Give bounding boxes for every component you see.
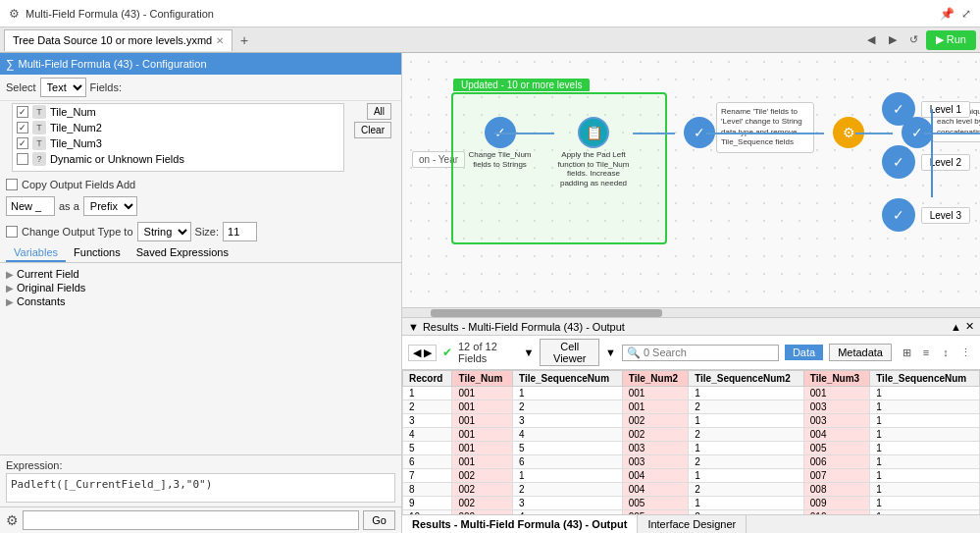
copy-output-checkbox[interactable] [6, 179, 18, 190]
new-input[interactable] [6, 196, 55, 216]
bottom-settings-icon[interactable]: ⚙ [6, 512, 19, 528]
tree-original-fields[interactable]: ▶ Original Fields [6, 281, 395, 294]
sort-icon[interactable]: ↕ [937, 344, 954, 361]
tree-item-label-3: Constants [17, 295, 66, 307]
size-input[interactable] [223, 222, 257, 241]
cell-viewer-dropdown[interactable]: ▼ [605, 346, 616, 358]
inner-tabs-bar: Variables Functions Saved Expressions [0, 244, 401, 263]
field-item-dynamic[interactable]: ? Dynamic or Unknown Fields [13, 151, 343, 167]
table-cell: 4 [512, 428, 622, 442]
select-dropdown[interactable]: Text [40, 78, 86, 97]
table-cell: 1 [870, 483, 980, 497]
tab-add-button[interactable]: + [234, 30, 254, 50]
tab-nav-right[interactable]: ▶ [883, 30, 903, 50]
field-item-tile-num3[interactable]: T Tile_Num3 [13, 135, 343, 151]
table-cell: 001 [452, 400, 513, 414]
scrollbar-area: All Clear [354, 103, 391, 138]
scroll-left-icon[interactable]: ◀ [413, 346, 421, 359]
table-cell: 007 [803, 469, 869, 483]
table-cell: 2 [512, 400, 622, 414]
clear-button[interactable]: Clear [354, 122, 391, 138]
select-row: Select Text Fields: [0, 75, 401, 101]
scroll-right-icon[interactable]: ▶ [424, 346, 432, 359]
fields-scroll: T Tile_Num T Tile_Num2 T Tile_Num3 [13, 104, 343, 171]
table-cell: 003 [622, 455, 688, 469]
undo-icon[interactable]: ↺ [904, 30, 924, 50]
fields-list: T Tile_Num T Tile_Num2 T Tile_Num3 [12, 103, 344, 172]
table-cell: 3 [512, 414, 622, 428]
settings-gear-icon[interactable]: ⚙ [6, 6, 22, 22]
tab-saved-expressions[interactable]: Saved Expressions [129, 244, 236, 262]
run-button[interactable]: ▶ Run [926, 30, 976, 50]
connector-2-3 [633, 133, 675, 134]
panel-title: Multi-Field Formula (43) - Configuration [19, 58, 207, 70]
tab-file[interactable]: Tree Data Source 10 or more levels.yxmd … [4, 29, 232, 51]
table-row: 6001600320061 [403, 455, 980, 469]
checkbox-dynamic[interactable] [17, 153, 28, 165]
expression-box[interactable]: Padleft([_CurrentField_],3,"0") [6, 473, 395, 503]
fields-label: Fields: [90, 81, 122, 93]
table-cell: 1 [870, 400, 980, 414]
tree-constants[interactable]: ▶ Constants [6, 294, 395, 308]
field-name4: Dynamic or Unknown Fields [50, 153, 184, 165]
data-table: Record Tile_Num Tile_SequenceNum Tile_Nu… [402, 370, 980, 514]
go-button[interactable]: Go [363, 510, 395, 530]
level-1-label: Level 1 [921, 101, 970, 118]
data-button[interactable]: Data [785, 345, 823, 360]
tab-functions[interactable]: Functions [66, 244, 129, 262]
more-icon[interactable]: ⋮ [956, 344, 974, 361]
as-label: as a [59, 200, 79, 212]
table-cell: 003 [803, 400, 869, 414]
change-output-checkbox[interactable] [6, 226, 18, 238]
checkbox-tile-num3[interactable] [17, 137, 28, 149]
table-cell: 002 [452, 483, 513, 497]
prefix-dropdown[interactable]: Prefix [83, 196, 137, 216]
dropdown-icon[interactable]: ▼ [524, 346, 535, 358]
tab-close-icon[interactable]: ✕ [216, 35, 224, 46]
filter-icon[interactable]: ≡ [917, 344, 935, 361]
table-cell: 001 [452, 428, 513, 442]
field-item-tile-num[interactable]: T Tile_Num [13, 104, 343, 120]
type-dropdown[interactable]: String [137, 222, 191, 241]
table-cell: 003 [622, 442, 688, 455]
tab-nav-left[interactable]: ◀ [861, 30, 881, 50]
results-expand[interactable]: ▼ [408, 321, 419, 333]
footer-tab-interface[interactable]: Interface Designer [638, 515, 747, 533]
canvas-hscroll[interactable] [402, 307, 980, 317]
table-row: 8002200420081 [403, 483, 980, 497]
main-content: ∑ Multi-Field Formula (43) - Configurati… [0, 53, 980, 533]
results-collapse[interactable]: ▲ [951, 321, 961, 333]
cell-viewer-button[interactable]: Cell Viewer [540, 339, 599, 366]
tree-current-field[interactable]: ▶ Current Field [6, 267, 395, 281]
table-cell: 1 [403, 387, 452, 400]
footer-tab-results[interactable]: Results - Multi-Field Formula (43) - Out… [402, 515, 638, 533]
variables-tree: ▶ Current Field ▶ Original Fields ▶ Cons… [0, 263, 401, 454]
table-cell: 001 [452, 455, 513, 469]
table-cell: 009 [803, 497, 869, 510]
results-close[interactable]: ✕ [965, 320, 974, 333]
level-3-label: Level 3 [921, 207, 970, 224]
expand-icon-3: ▶ [6, 296, 14, 307]
search-box[interactable]: 🔍 [622, 345, 779, 361]
table-cell: 002 [452, 469, 513, 483]
field-item-tile-num2[interactable]: T Tile_Num2 [13, 120, 343, 135]
level-1-node: ✓ Level 1 [882, 92, 970, 126]
metadata-button[interactable]: Metadata [829, 344, 892, 361]
table-cell: 1 [870, 428, 980, 442]
expand-icon[interactable]: ⤢ [958, 6, 974, 22]
tab-variables[interactable]: Variables [6, 244, 66, 262]
level-2-label: Level 2 [921, 154, 970, 171]
checkbox-tile-num[interactable] [17, 106, 28, 118]
column-chooser-icon[interactable]: ⊞ [898, 344, 915, 361]
table-cell: 001 [622, 387, 688, 400]
th-tile-num: Tile_Num [452, 371, 513, 387]
pin-icon[interactable]: 📌 [939, 6, 954, 22]
all-button[interactable]: All [367, 103, 391, 120]
connector-1-2 [494, 133, 554, 134]
bottom-input[interactable] [23, 510, 359, 530]
th-record: Record [403, 371, 452, 387]
level-2-icon: ✓ [882, 145, 915, 179]
canvas-hscroll-thumb [431, 309, 662, 317]
search-input[interactable] [644, 346, 779, 358]
checkbox-tile-num2[interactable] [17, 122, 28, 133]
